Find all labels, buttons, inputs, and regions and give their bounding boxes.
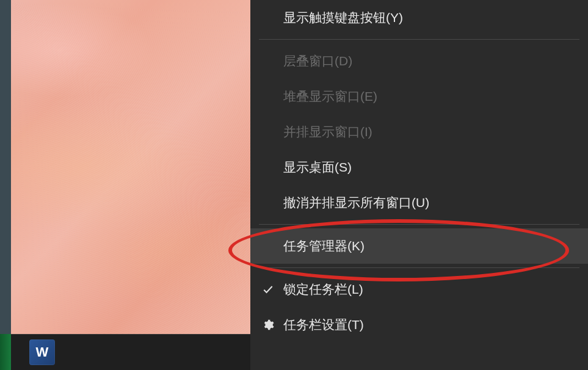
check-icon [261,283,275,296]
menu-item-label: 任务栏设置(T) [283,317,364,332]
menu-item-label: 并排显示窗口(I) [283,124,372,139]
context-menu-item[interactable]: 显示触摸键盘按钮(Y) [250,0,588,35]
context-menu-item: 堆叠显示窗口(E) [250,79,588,114]
desktop-wallpaper [11,0,250,334]
context-menu-item[interactable]: 锁定任务栏(L) [250,272,588,307]
menu-item-label: 显示桌面(S) [283,159,352,175]
menu-item-label: 锁定任务栏(L) [283,281,363,297]
taskbar-accent [0,334,11,370]
context-menu-item[interactable]: 任务管理器(K) [250,228,588,264]
menu-item-label: 显示触摸键盘按钮(Y) [283,10,403,25]
menu-separator [259,224,579,225]
menu-item-label: 堆叠显示窗口(E) [283,89,377,104]
context-menu-item[interactable]: 显示桌面(S) [250,150,588,185]
menu-separator [259,39,579,40]
taskbar-context-menu: 显示触摸键盘按钮(Y)层叠窗口(D)堆叠显示窗口(E)并排显示窗口(I)显示桌面… [250,0,588,370]
gear-icon [261,318,275,332]
menu-separator [259,267,579,268]
taskbar[interactable]: W [0,334,250,370]
word-icon-label: W [36,344,49,360]
menu-item-label: 层叠窗口(D) [283,53,352,68]
context-menu-item: 并排显示窗口(I) [250,114,588,150]
frame-edge [0,0,11,334]
menu-item-label: 撤消并排显示所有窗口(U) [283,195,429,210]
taskbar-app-word[interactable]: W [29,339,55,365]
menu-item-label: 任务管理器(K) [283,238,365,253]
context-menu-item: 层叠窗口(D) [250,43,588,79]
context-menu-item[interactable]: 撤消并排显示所有窗口(U) [250,185,588,220]
context-menu-item[interactable]: 任务栏设置(T) [250,307,588,343]
